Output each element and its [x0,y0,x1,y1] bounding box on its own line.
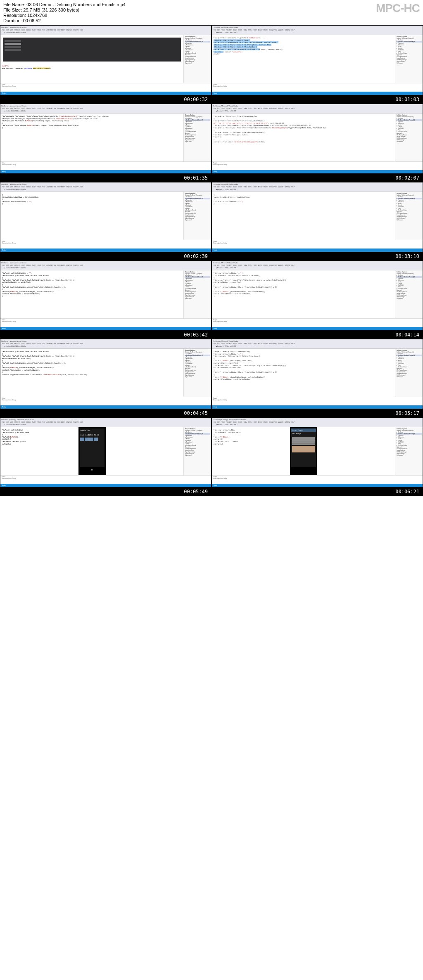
menu-item[interactable]: WINDOW [73,421,78,423]
solution-explorer[interactable]: Solution ExplorerSolution 'OcrDemo' (3 p… [183,35,211,83]
menu-item[interactable]: ANALYZE [67,265,72,266]
menu-item[interactable]: RESHARPER [269,421,277,423]
vs-toolbar[interactable]: ▶ Emulator 8.1 WVGA 4 inch 512MB ▾ [212,110,423,114]
solution-item[interactable]: Styles.xaml [185,376,210,378]
menu-item[interactable]: HELP [80,186,83,188]
menu-item[interactable]: VIEW [10,29,13,31]
solution-explorer[interactable]: Solution ExplorerSolution 'OcrDemo' (3 p… [183,349,211,397]
menu-item[interactable]: VIEW [221,421,225,423]
menu-item[interactable]: VIEW [10,265,13,266]
code-editor[interactable]: "kw">public "kw">class "type">ImageConve… [212,114,395,161]
menu-item[interactable]: DEBUG [26,108,31,109]
menu-item[interactable]: ARCHITECTURE [258,265,268,266]
menu-item[interactable]: DEBUG [238,186,242,188]
output-panel[interactable]: OutputShow output from: Debug [212,397,423,405]
code-editor[interactable]: "kw">var extractedNum"kw">foreach ("kw">… [0,427,183,475]
solution-item[interactable]: Styles.xaml [185,298,210,299]
menu-item[interactable]: FILE [2,29,5,31]
menu-item[interactable]: TOOLS [248,265,252,266]
menu-item[interactable]: WINDOW [285,29,290,31]
menu-item[interactable]: TOOLS [37,343,41,345]
menu-item[interactable]: HELP [291,265,295,266]
menu-item[interactable]: BUILD [21,29,25,31]
menu-item[interactable]: PROJECT [14,343,20,345]
menu-item[interactable]: VIEW [221,265,225,266]
menu-item[interactable]: TEAM [32,108,35,109]
solution-item[interactable]: Styles.xaml [185,454,210,456]
menu-item[interactable]: PROJECT [14,29,20,31]
solution-explorer[interactable]: Solution ExplorerSolution 'OcrDemo' (3 p… [395,270,423,318]
menu-item[interactable]: TOOLS [248,186,252,188]
menu-item[interactable]: WINDOW [73,29,78,31]
menu-item[interactable]: DEBUG [26,343,31,345]
menu-item[interactable]: VIEW [221,29,225,31]
menu-item[interactable]: WINDOW [285,343,290,345]
menu-item[interactable]: FILE [214,29,216,31]
menu-item[interactable]: RESHARPER [57,29,65,31]
menu-item[interactable]: VIEW [10,108,13,109]
menu-item[interactable]: FILE [2,108,5,109]
menu-item[interactable]: ANALYZE [278,186,283,188]
menu-item[interactable]: TEST [254,265,257,266]
menu-item[interactable]: DEBUG [238,265,242,266]
menu-item[interactable]: TEST [254,108,257,109]
menu-item[interactable]: DEBUG [26,186,31,188]
menu-item[interactable]: VIEW [10,186,13,188]
menu-item[interactable]: VIEW [221,108,225,109]
vs-toolbar[interactable]: ▶ Emulator 8.1 WVGA 4 inch 512MB ▾ [0,188,211,192]
menu-item[interactable]: VIEW [221,343,225,345]
menu-item[interactable]: EDIT [6,343,9,345]
output-panel[interactable]: OutputShow output from: Debug [0,161,211,170]
thumbnail-7[interactable]: OcrDemo - Microsoft Visual StudioFILEEDI… [0,260,212,339]
menu-item[interactable]: BUILD [233,186,237,188]
menu-item[interactable]: HELP [80,108,83,109]
solution-explorer[interactable]: Solution ExplorerSolution 'OcrDemo' (3 p… [395,35,423,83]
menu-item[interactable]: ANALYZE [67,186,72,188]
menu-item[interactable]: WINDOW [285,186,290,188]
menu-item[interactable]: TEAM [243,343,247,345]
menu-item[interactable]: HELP [80,265,83,266]
thumbnail-2[interactable]: OcrDemo - Microsoft Visual StudioFILEEDI… [212,25,423,104]
menu-item[interactable]: ARCHITECTURE [47,108,57,109]
menu-item[interactable]: FILE [2,265,5,266]
solution-item[interactable]: Styles.xaml [185,219,210,221]
solution-explorer[interactable]: Solution ExplorerSolution 'OcrDemo' (3 p… [395,192,423,240]
menu-item[interactable]: EDIT [6,265,9,266]
menu-item[interactable]: ARCHITECTURE [47,421,57,423]
menu-item[interactable]: TEAM [32,265,35,266]
menu-item[interactable]: RESHARPER [57,108,65,109]
solution-explorer[interactable]: Solution ExplorerSolution 'OcrDemo' (3 p… [183,192,211,240]
output-panel[interactable]: OutputShow output from: Debug [0,240,211,249]
menu-item[interactable]: PROJECT [14,265,20,266]
vs-toolbar[interactable]: ▶ Emulator 8.1 WVGA 4 inch 512MB ▾ [212,345,423,349]
menu-item[interactable]: PROJECT [14,421,20,423]
menu-item[interactable]: TEST [254,421,257,423]
menu-item[interactable]: VIEW [221,186,225,188]
vs-toolbar[interactable]: ▶ Emulator 8.1 WVGA 4 inch 512MB ▾ [212,267,423,270]
menu-item[interactable]: PROJECT [226,29,232,31]
output-panel[interactable]: OutputShow output from: Debug [0,475,211,484]
menu-item[interactable]: EDIT [6,421,9,423]
menu-item[interactable]: TEST [254,29,257,31]
vs-toolbar[interactable]: ▶ Emulator 8.1 WVGA 4 inch 512MB ▾ [0,424,211,427]
menu-item[interactable]: EDIT [217,265,220,266]
contact-field[interactable] [292,437,315,439]
menu-item[interactable]: DEBUG [26,29,31,31]
menu-item[interactable]: TEAM [32,421,35,423]
output-panel[interactable]: OutputShow output from: Debug [0,83,211,92]
solution-item[interactable]: Styles.xaml [185,141,210,142]
solution-item[interactable]: Styles.xaml [396,219,422,221]
menu-item[interactable]: ARCHITECTURE [47,29,57,31]
menu-item[interactable]: RESHARPER [57,421,65,423]
menu-item[interactable]: ANALYZE [67,343,72,345]
thumbnail-4[interactable]: OcrDemo - Microsoft Visual StudioFILEEDI… [212,104,423,182]
menu-item[interactable]: TEST [42,421,45,423]
menu-item[interactable]: TEAM [243,29,247,31]
menu-item[interactable]: HELP [291,343,295,345]
thumbnail-11[interactable]: OcrDemo (Running) - Microsoft Visual Stu… [0,417,212,496]
menu-item[interactable]: FILE [214,108,216,109]
menu-item[interactable]: RESHARPER [57,186,65,188]
menu-item[interactable]: BUILD [233,343,237,345]
solution-item[interactable]: Styles.xaml [396,298,422,299]
solution-item[interactable]: Styles.xaml [396,62,422,64]
